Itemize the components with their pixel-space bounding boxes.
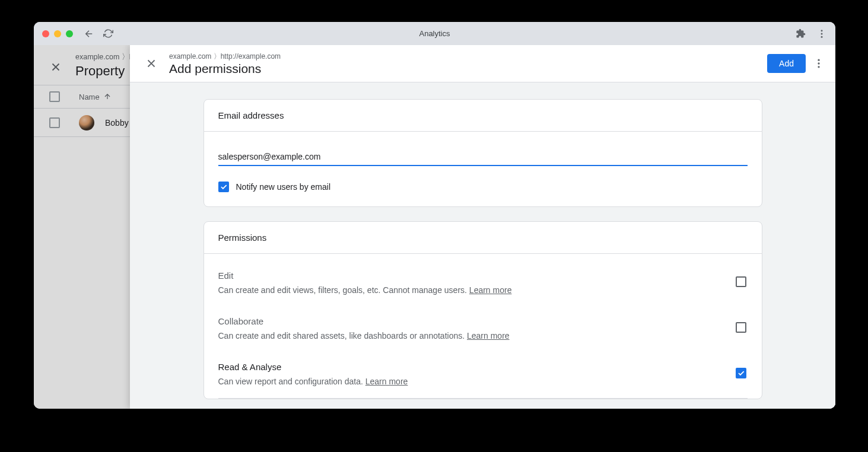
svg-point-0	[821, 30, 823, 31]
permission-edit-checkbox[interactable]	[736, 276, 746, 287]
permission-edit: Edit Can create and edit views, filters,…	[218, 261, 748, 307]
email-card-title: Email addresses	[204, 100, 762, 132]
sort-ascending-icon	[103, 93, 112, 101]
browser-title: Analytics	[419, 29, 450, 38]
permission-name: Collaborate	[218, 316, 724, 326]
browser-menu-icon[interactable]	[816, 28, 827, 39]
bg-breadcrumb: example.com 〉h	[75, 52, 133, 62]
browser-chrome: Analytics	[34, 22, 835, 45]
svg-point-3	[818, 59, 819, 61]
more-options-button[interactable]	[812, 56, 826, 71]
learn-more-link[interactable]: Learn more	[469, 285, 512, 295]
permission-name: Read & Analyse	[218, 362, 724, 372]
back-button[interactable]	[84, 28, 94, 39]
permission-name: Edit	[218, 270, 724, 281]
permission-desc: Can create and edit views, filters, goal…	[218, 285, 724, 295]
learn-more-link[interactable]: Learn more	[365, 377, 408, 386]
svg-point-2	[821, 36, 823, 37]
nav-buttons	[84, 28, 113, 39]
permission-read-analyse-checkbox[interactable]	[736, 368, 746, 378]
permissions-card-title: Permissions	[204, 222, 762, 254]
overlay-scroll[interactable]: Email addresses Notify new users by emai…	[130, 82, 835, 409]
close-panel-button[interactable]	[144, 56, 158, 71]
app-body: example.com 〉h Property Name Bobby Ja	[34, 45, 835, 409]
notify-row: Notify new users by email	[218, 182, 748, 192]
column-name[interactable]: Name	[79, 93, 112, 101]
permission-read-analyse: Read & Analyse Can view report and confi…	[218, 352, 748, 399]
svg-point-4	[818, 62, 819, 64]
window-close-button[interactable]	[42, 30, 49, 37]
permission-collaborate: Collaborate Can create and edit shared a…	[218, 307, 748, 352]
learn-more-link[interactable]: Learn more	[467, 331, 510, 340]
overlay-header: example.com 〉http://example.com Add perm…	[130, 45, 835, 82]
svg-point-5	[818, 66, 819, 68]
add-button[interactable]: Add	[767, 54, 806, 73]
permission-desc: Can view report and configuration data. …	[218, 377, 724, 386]
breadcrumb: example.com 〉http://example.com	[169, 52, 281, 62]
permission-collaborate-checkbox[interactable]	[736, 322, 746, 333]
column-name-label: Name	[79, 93, 100, 101]
window-maximize-button[interactable]	[66, 30, 73, 37]
permissions-list: Edit Can create and edit views, filters,…	[204, 254, 762, 399]
add-permissions-panel: example.com 〉http://example.com Add perm…	[130, 45, 835, 409]
extensions-icon[interactable]	[795, 28, 806, 39]
browser-right-controls	[795, 28, 827, 39]
notify-label: Notify new users by email	[236, 182, 331, 192]
permissions-card: Permissions Edit Can create and edit vie…	[204, 221, 762, 399]
select-all-checkbox[interactable]	[49, 91, 60, 102]
traffic-lights	[42, 30, 73, 37]
close-icon[interactable]	[49, 61, 62, 76]
avatar	[79, 115, 94, 130]
email-addresses-card: Email addresses Notify new users by emai…	[204, 99, 762, 207]
browser-window: Analytics example.com 〉h Property	[34, 22, 835, 409]
email-input[interactable]	[218, 145, 748, 166]
reload-button[interactable]	[103, 28, 113, 39]
row-checkbox[interactable]	[49, 117, 60, 128]
page-title: Add permissions	[169, 62, 281, 76]
svg-point-1	[821, 33, 823, 34]
bg-page-title: Property	[75, 63, 133, 79]
window-minimize-button[interactable]	[54, 30, 61, 37]
permission-desc: Can create and edit shared assets, like …	[218, 331, 724, 340]
overlay-content: Email addresses Notify new users by emai…	[130, 82, 835, 409]
notify-checkbox[interactable]	[218, 182, 229, 192]
